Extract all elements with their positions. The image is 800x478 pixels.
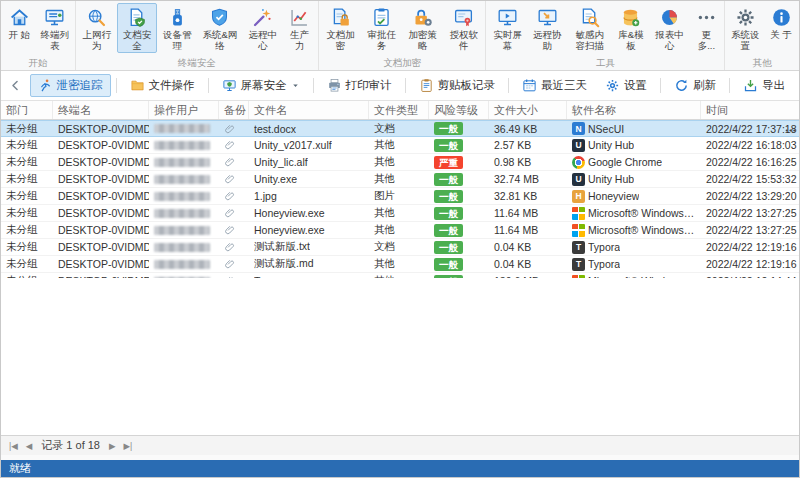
operator-redacted <box>154 192 210 201</box>
ribbon-item-approval-task[interactable]: 审批任务 <box>361 3 402 53</box>
cell-filetype: 其他 <box>369 171 429 187</box>
pager-last-button[interactable]: ▶| <box>122 439 135 453</box>
cell-software: Microsoft® Windows® Oper... <box>567 222 701 238</box>
ribbon-item-more[interactable]: 更多... <box>689 3 723 53</box>
toolbar-separator <box>208 78 209 93</box>
risk-badge: 一般 <box>434 241 463 254</box>
row-actions-button[interactable] <box>784 123 797 136</box>
cell-department: 未分组 <box>1 137 53 153</box>
column-header-time[interactable]: 时间 <box>701 101 800 119</box>
cell-time: 2022/4/22 12:14:44 <box>701 273 799 278</box>
toolbar-button-leak-trace[interactable]: 泄密追踪 <box>30 74 111 97</box>
back-button[interactable] <box>7 75 25 97</box>
column-header-filesize[interactable]: 文件大小 <box>489 101 567 119</box>
paperclip-icon <box>224 173 236 185</box>
cell-filesize: 130.6 MB <box>489 273 567 278</box>
toolbar-button-export[interactable]: 导出 <box>735 74 793 97</box>
cell-software: Microsoft® Windows® Oper... <box>567 205 701 221</box>
cell-filetype: 其他 <box>369 205 429 221</box>
column-header-software[interactable]: 软件名称 <box>567 101 701 119</box>
ribbon-group: 实时屏幕远程协助敏感内容扫描库&模板报表中心更多...工具 <box>486 1 725 70</box>
ribbon-item-system-network[interactable]: 系统&网络 <box>197 3 242 53</box>
ribbon-item-sensitive-scan[interactable]: 敏感内容扫描 <box>567 3 612 53</box>
column-header-terminal[interactable]: 终端名 <box>53 101 149 119</box>
toolbar-button-clipboard-record[interactable]: 剪贴板记录 <box>411 74 504 97</box>
approval-task-icon <box>371 7 392 28</box>
pager-next-button[interactable]: ▶ <box>107 439 118 453</box>
cell-time: 2022/4/22 16:18:03 <box>701 137 799 153</box>
ribbon-item-label: 加密策略 <box>406 30 439 51</box>
ribbon-group-items: 上网行为文档安全设备管理系统&网络远程中心生产力 <box>77 3 317 56</box>
cell-risk: 一般 <box>429 205 489 221</box>
cell-risk: 一般 <box>429 239 489 255</box>
cell-filename: 1.jpg <box>249 188 369 204</box>
table-row[interactable]: 未分组DESKTOP-0VIDMDJUnity.exe其他一般32.74 MBU… <box>1 171 799 188</box>
cell-terminal: DESKTOP-0VIDMDJ <box>53 256 149 272</box>
table-row[interactable]: 未分组DESKTOP-0VIDMDJ测试新版.md其他一般0.04 KBTTyp… <box>1 256 799 273</box>
cell-operator <box>149 171 219 187</box>
ribbon-item-home[interactable]: 开 始 <box>2 3 36 43</box>
toolbar-separator <box>116 78 117 93</box>
column-header-department[interactable]: 部门 <box>1 101 53 119</box>
cell-operator <box>149 256 219 272</box>
ribbon-item-about[interactable]: 关 于 <box>764 3 798 43</box>
ribbon-group-label: 文档加密 <box>320 56 485 70</box>
table-row[interactable]: 未分组DESKTOP-0VIDMDJUnity_v2017.xulf其他一般2.… <box>1 137 799 154</box>
toolbar: 泄密追踪文件操作屏幕安全打印审计剪贴板记录最近三天 设置刷新导出 <box>1 71 799 101</box>
toolbar-left: 泄密追踪文件操作屏幕安全打印审计剪贴板记录最近三天 <box>30 74 596 97</box>
column-header-filename[interactable]: 文件名 <box>249 101 369 119</box>
pager-first-button[interactable]: |◀ <box>7 439 20 453</box>
unityhub-app-icon: U <box>572 139 585 152</box>
pager-prev-button[interactable]: ◀ <box>24 439 35 453</box>
ribbon-item-terminal-list[interactable]: 终端列表 <box>36 3 74 53</box>
cell-filename: Unity_lic.alf <box>249 154 369 170</box>
table-row[interactable]: 未分组DESKTOP-0VIDMDJHoneyview.exe其他一般11.64… <box>1 205 799 222</box>
ribbon-item-remote-center[interactable]: 远程中心 <box>243 3 283 53</box>
ribbon-item-productivity[interactable]: 生产力 <box>283 3 317 53</box>
toolbar-button-print-audit[interactable]: 打印审计 <box>319 74 400 97</box>
ribbon-item-remote-assist[interactable]: 远程协助 <box>527 3 567 53</box>
column-header-risk[interactable]: 风险等级 <box>429 101 489 119</box>
ribbon-item-system-settings[interactable]: 系统设置 <box>726 3 764 53</box>
ribbon-item-library-template[interactable]: 库&模板 <box>612 3 649 53</box>
ribbon-item-document-security[interactable]: 文档安全 <box>117 3 157 53</box>
typora-app-icon: T <box>572 258 585 271</box>
cell-filename: 测试新版.md <box>249 256 369 272</box>
ribbon-item-web-behavior[interactable]: 上网行为 <box>77 3 117 53</box>
cell-risk: 一般 <box>429 256 489 272</box>
toolbar-button-file-operation[interactable]: 文件操作 <box>122 74 203 97</box>
ribbon-item-label: 授权软件 <box>447 30 480 51</box>
ribbon-item-document-encrypt[interactable]: 文档加密 <box>320 3 361 53</box>
cell-filetype: 其他 <box>369 222 429 238</box>
cell-software: TTypora <box>567 256 701 272</box>
toolbar-button-recent-days[interactable]: 最近三天 <box>514 74 595 97</box>
table-row[interactable]: 未分组DESKTOP-0VIDMDJHoneyview.exe其他一般11.64… <box>1 222 799 239</box>
ribbon-item-report-center[interactable]: 报表中心 <box>650 3 690 53</box>
risk-badge: 一般 <box>434 190 463 203</box>
table-row[interactable]: 未分组DESKTOP-0VIDMDJUnity_lic.alf其他严重0.98 … <box>1 154 799 171</box>
risk-badge: 一般 <box>434 224 463 237</box>
ribbon-item-licensed-software[interactable]: 授权软件 <box>443 3 484 53</box>
table-row[interactable]: 未分组DESKTOP-0VIDMDJtest.docx文档一般36.49 KBN… <box>1 120 799 137</box>
ribbon-item-encrypt-policy[interactable]: 加密策略 <box>402 3 443 53</box>
column-header-operator[interactable]: 操作用户 <box>149 101 219 119</box>
toolbar-button-refresh[interactable]: 刷新 <box>666 74 724 97</box>
cell-filesize: 0.98 KB <box>489 154 567 170</box>
toolbar-button-settings[interactable]: 设置 <box>597 74 655 97</box>
cell-operator <box>149 137 219 153</box>
risk-badge: 一般 <box>434 173 463 186</box>
ribbon-group: 文档加密审批任务加密策略授权软件文档加密 <box>319 1 487 70</box>
column-header-filetype[interactable]: 文件类型 <box>369 101 429 119</box>
table-row[interactable]: 未分组DESKTOP-0VIDMDJ1.jpg图片一般32.81 KBHHone… <box>1 188 799 205</box>
ribbon-item-device-manage[interactable]: 设备管理 <box>157 3 197 53</box>
operator-redacted <box>154 260 210 269</box>
toolbar-button-screen-security[interactable]: 屏幕安全 <box>214 74 308 97</box>
table-row[interactable]: 未分组DESKTOP-0VIDMDJTypora.exe其他一般130.6 MB… <box>1 273 799 278</box>
file-name: 测试新版.txt <box>254 240 310 254</box>
ribbon-group-items: 实时屏幕远程协助敏感内容扫描库&模板报表中心更多... <box>487 3 723 56</box>
ribbon-item-live-screen[interactable]: 实时屏幕 <box>487 3 527 53</box>
column-header-backup[interactable]: 备份 <box>219 101 249 119</box>
toolbar-separator <box>313 78 314 93</box>
table-row[interactable]: 未分组DESKTOP-0VIDMDJ测试新版.txt文档一般0.04 KBTTy… <box>1 239 799 256</box>
cell-time: 2022/4/22 12:19:16 <box>701 239 799 255</box>
